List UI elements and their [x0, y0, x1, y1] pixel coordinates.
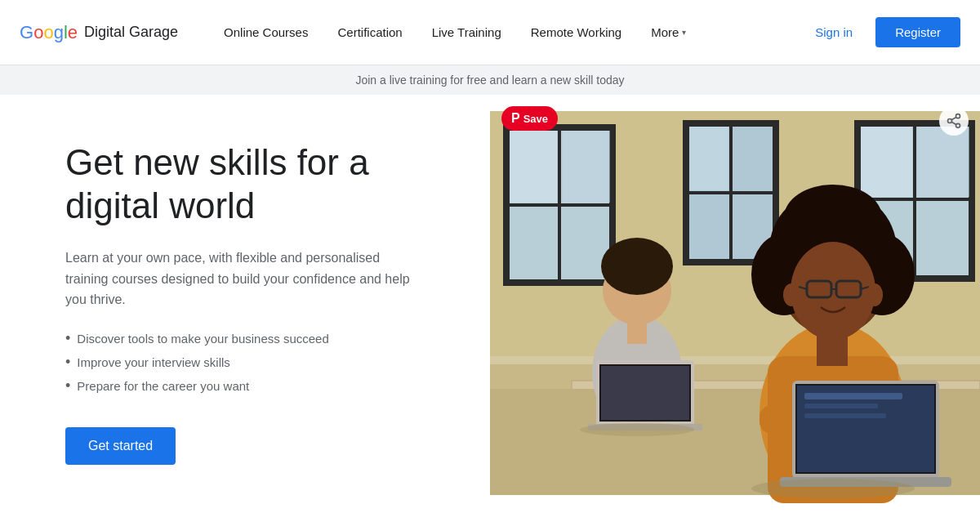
google-logo: Google	[20, 22, 78, 43]
bullet-2: Improve your interview skills	[65, 350, 441, 374]
svg-point-1	[948, 119, 952, 123]
svg-point-60	[580, 423, 694, 436]
nav-certification[interactable]: Certification	[324, 19, 415, 46]
nav-remote-working[interactable]: Remote Working	[518, 19, 635, 46]
svg-rect-20	[918, 127, 969, 197]
more-chevron-icon: ▾	[682, 28, 686, 37]
get-started-button[interactable]: Get started	[65, 427, 176, 465]
nav-more[interactable]: More ▾	[638, 19, 699, 46]
pinterest-save-button[interactable]: P Save	[501, 106, 558, 131]
nav-live-training[interactable]: Live Training	[419, 19, 514, 46]
save-label: Save	[523, 113, 548, 125]
logo-o-red: o	[33, 22, 43, 43]
svg-point-59	[751, 479, 915, 498]
brand-name: Digital Garage	[84, 24, 178, 41]
svg-rect-51	[817, 333, 848, 366]
svg-rect-56	[804, 393, 902, 399]
logo-o-yellow: o	[43, 22, 53, 43]
main-nav: Online Courses Certification Live Traini…	[211, 19, 802, 46]
svg-rect-10	[510, 131, 557, 203]
sign-in-button[interactable]: Sign in	[802, 19, 866, 46]
svg-rect-27	[627, 319, 647, 344]
svg-point-26	[601, 238, 673, 295]
header-actions: Sign in Register	[802, 17, 960, 47]
logo-area[interactable]: Google Digital Garage	[20, 22, 178, 43]
svg-rect-15	[689, 127, 728, 190]
hero-description: Learn at your own pace, with flexible an…	[65, 248, 425, 310]
nav-online-courses[interactable]: Online Courses	[211, 19, 321, 46]
bullet-3: Prepare for the career you want	[65, 374, 441, 398]
logo-e-red: e	[68, 22, 78, 43]
svg-point-0	[956, 114, 960, 118]
share-icon-button[interactable]	[939, 106, 969, 136]
svg-line-3	[951, 122, 956, 124]
svg-point-2	[956, 123, 960, 127]
hero-content: Get new skills for a digital world Learn…	[0, 95, 490, 511]
hero-section: Get new skills for a digital world Learn…	[0, 95, 980, 511]
svg-point-50	[866, 283, 883, 306]
svg-rect-30	[601, 366, 689, 420]
hero-illustration	[490, 95, 980, 511]
svg-line-4	[951, 117, 956, 119]
logo-g-blue2: g	[54, 22, 64, 43]
logo-g-blue: G	[20, 22, 33, 43]
hero-bullets: Discover tools to make your business suc…	[65, 327, 441, 398]
pinterest-icon: P	[511, 111, 520, 126]
hero-title: Get new skills for a digital world	[65, 141, 441, 228]
svg-point-49	[783, 283, 800, 306]
register-button[interactable]: Register	[875, 17, 960, 47]
svg-rect-11	[563, 131, 610, 203]
svg-rect-57	[804, 404, 878, 408]
svg-rect-19	[861, 127, 912, 197]
svg-rect-58	[804, 413, 886, 418]
svg-point-42	[784, 185, 882, 250]
announcement-banner: Join a live training for free and learn …	[0, 65, 980, 95]
svg-point-43	[791, 242, 875, 340]
hero-image: P Save	[490, 95, 980, 511]
header: Google Digital Garage Online Courses Cer…	[0, 0, 980, 65]
bullet-1: Discover tools to make your business suc…	[65, 327, 441, 350]
banner-text: Join a live training for free and learn …	[355, 74, 624, 87]
